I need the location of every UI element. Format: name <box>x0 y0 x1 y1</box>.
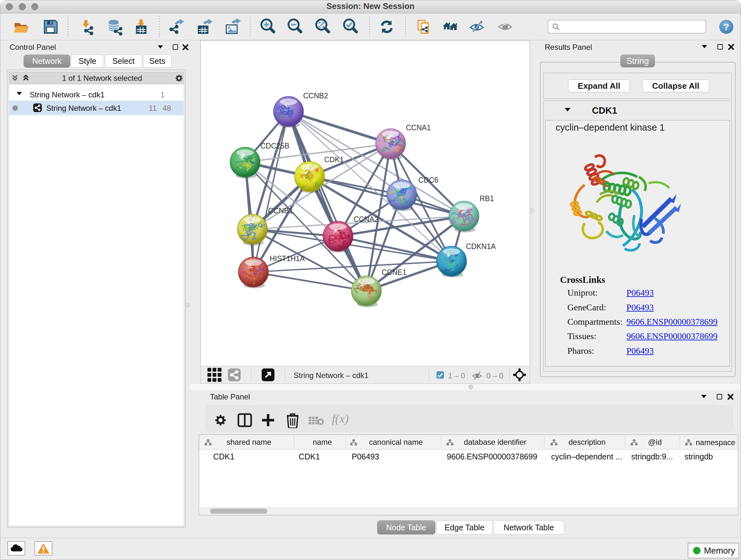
svg-text:RB1: RB1 <box>480 194 494 203</box>
svg-text:CDKN1A: CDKN1A <box>466 242 496 251</box>
svg-text:CCNB2: CCNB2 <box>303 91 328 100</box>
svg-text:HIST1H1A: HIST1H1A <box>270 254 305 263</box>
svg-text:CCNB1: CCNB1 <box>268 206 293 215</box>
svg-text:CDK1: CDK1 <box>324 155 344 164</box>
svg-text:CCNA2: CCNA2 <box>354 215 379 224</box>
svg-text:CCNA1: CCNA1 <box>406 124 431 132</box>
svg-text:CDC6: CDC6 <box>418 176 439 184</box>
svg-text:CDC25B: CDC25B <box>260 142 289 150</box>
svg-text:CCNE1: CCNE1 <box>382 268 407 276</box>
